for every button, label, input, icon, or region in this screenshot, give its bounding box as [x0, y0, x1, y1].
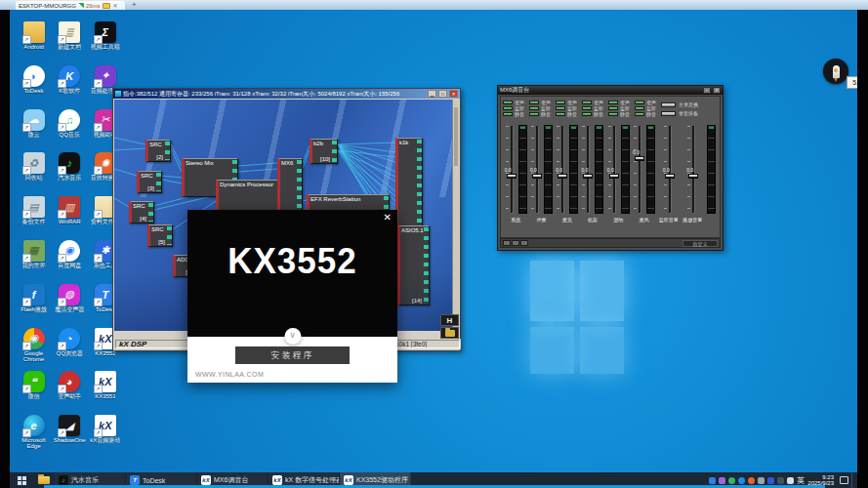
desktop-icon[interactable]: e Microsoft Edge: [18, 413, 50, 457]
desktop-icon[interactable]: ♻ 回收站: [18, 150, 50, 194]
mute-label: 静音: [541, 112, 551, 117]
desktop-icon[interactable]: ◗ ToDesk: [18, 63, 50, 107]
dsp-help-button[interactable]: H: [440, 314, 459, 326]
tray-icon[interactable]: [787, 477, 794, 484]
desktop-icon[interactable]: ≣ 新建文档: [54, 20, 86, 63]
dsp-node[interactable]: SRC [4]: [129, 201, 154, 224]
channel-fader[interactable]: 0.0: [607, 123, 619, 217]
windows-desktop[interactable]: Android ◗ ToDesk ☁ 微云 ♻ 回收站 ▤: [10, 10, 857, 472]
strip-led-buttons[interactable]: [582, 101, 592, 122]
fader-handle[interactable]: [609, 174, 619, 179]
desktop-icon[interactable]: ▥ WinRAR: [54, 194, 86, 238]
strip-led-buttons[interactable]: [556, 101, 565, 122]
tray-icon[interactable]: [777, 477, 784, 484]
desktop-icon[interactable]: ♪ 汽水音乐: [54, 150, 86, 194]
desktop-icon[interactable]: K K歌软件: [54, 63, 86, 107]
tray-icon[interactable]: [709, 477, 716, 484]
channel-fader[interactable]: 0.0: [530, 123, 542, 217]
strip-led-buttons[interactable]: [503, 101, 513, 122]
vertical-scrollbar[interactable]: [452, 100, 459, 331]
show-desktop-button[interactable]: [851, 472, 854, 488]
desktop-icon[interactable]: ▤ 备份文件: [18, 194, 50, 238]
install-button[interactable]: 安装程序: [235, 346, 350, 364]
dsp-open-button[interactable]: [440, 327, 459, 339]
minimize-button[interactable]: ▁: [428, 90, 436, 98]
dsp-node[interactable]: SRC [5]: [147, 224, 173, 247]
channel-fader[interactable]: 0.0: [663, 123, 675, 217]
fader-value: 0.0: [530, 168, 537, 173]
tray-icon[interactable]: [748, 477, 755, 484]
tray-icon[interactable]: [719, 477, 725, 484]
desktop-icon[interactable]: kX kX音频驱动: [89, 413, 121, 457]
app-icon-glyph: e: [30, 420, 36, 431]
mx6-mixer-window[interactable]: MX6调音台 – ✕ 变声 监听 静音: [497, 85, 723, 251]
mixer-title-bar[interactable]: MX6调音台 – ✕: [498, 86, 723, 95]
master-button[interactable]: 录音设备: [661, 110, 718, 116]
channel-fader[interactable]: 0.0: [556, 123, 567, 217]
desktop-icon[interactable]: ◍ 魔法变声器: [54, 282, 86, 326]
vendor-website: WWW.YINLAA.COM: [195, 371, 264, 378]
start-button[interactable]: [10, 472, 33, 488]
close-button[interactable]: ✕: [449, 90, 458, 98]
strip-led-buttons[interactable]: [635, 101, 644, 122]
remote-session-tab[interactable]: ESKTOP-MMOURGG 29ms ✕: [16, 1, 125, 10]
desktop-icon[interactable]: ◔ QQ浏览器: [54, 326, 86, 370]
channel-fader[interactable]: 0.0: [686, 123, 698, 217]
desktop-icon[interactable]: Android: [18, 20, 50, 63]
installer-product-title: KX3552: [187, 239, 397, 281]
channel-fader[interactable]: 0.0: [505, 123, 517, 217]
dsp-node[interactable]: SRC [2]: [145, 140, 171, 162]
channel-fader[interactable]: 0.0: [581, 123, 593, 217]
mixer-foot-button-2[interactable]: [512, 240, 519, 246]
tray-icon[interactable]: [758, 477, 765, 484]
desktop-icon[interactable]: ❝ 微信: [18, 369, 50, 413]
mixer-foot-button-3[interactable]: [520, 240, 528, 246]
dsp-title-bar[interactable]: 指令:382/512 通用寄存器: 233/256 iTram: 31/128 …: [113, 89, 460, 99]
desktop-icon[interactable]: ◢ ShadowOne: [54, 413, 86, 457]
desktop-icon[interactable]: ☁ 微云: [18, 107, 50, 151]
notification-center-icon[interactable]: [840, 476, 848, 484]
dsp-node[interactable]: b2b [10]: [310, 139, 338, 164]
close-session-icon[interactable]: ✕: [113, 2, 118, 9]
channel-fader[interactable]: 0.0: [633, 123, 644, 217]
kx3552-installer-dialog[interactable]: KX3552 ✕ ∨ 安装程序 WWW.YINLAA.COM: [187, 210, 397, 383]
tray-icon[interactable]: [767, 477, 774, 484]
close-button[interactable]: ✕: [713, 87, 721, 94]
booster-rocket-widget[interactable]: [823, 59, 848, 84]
new-session-button[interactable]: +: [132, 0, 137, 10]
dsp-node[interactable]: ASIO5.1 [14]: [397, 225, 430, 305]
desktop-icon[interactable]: f Flash播放: [18, 282, 50, 326]
minimize-button[interactable]: –: [703, 87, 711, 94]
desktop-icon[interactable]: ♫ QQ音乐: [54, 107, 86, 151]
desktop-icon[interactable]: ◉ Google Chrome: [18, 326, 50, 370]
strip-led-buttons[interactable]: [608, 101, 618, 122]
close-icon[interactable]: ✕: [384, 213, 392, 223]
desktop-icon[interactable]: Σ 视频工具箱: [89, 20, 121, 63]
mixer-foot-button-1[interactable]: [503, 240, 511, 246]
desktop-icon[interactable]: ▦ 我的世界: [18, 238, 50, 282]
strip-led-buttons[interactable]: [529, 101, 539, 122]
fader-handle[interactable]: [507, 174, 517, 179]
maximize-button[interactable]: □: [438, 90, 447, 98]
dsp-node[interactable]: SRC [3]: [137, 171, 162, 193]
fader-handle[interactable]: [688, 174, 698, 179]
fader-handle[interactable]: [583, 174, 593, 179]
taskbar-app-icon: kX: [272, 475, 282, 485]
fader-handle[interactable]: [635, 156, 644, 161]
chevron-down-icon[interactable]: ∨: [284, 328, 301, 345]
fader-handle[interactable]: [665, 174, 675, 179]
tray-icon[interactable]: [728, 477, 735, 484]
taskbar-app-label: MX6调音台: [214, 475, 248, 485]
desktop-icon[interactable]: ◕ 变声助手: [54, 369, 86, 413]
desktop-icon-grid: Android ◗ ToDesk ☁ 微云 ♻ 回收站 ▤: [18, 20, 123, 458]
fader-handle[interactable]: [558, 174, 567, 179]
tray-icon[interactable]: [738, 477, 745, 484]
quality-icon[interactable]: [103, 3, 110, 9]
ime-indicator[interactable]: 英: [797, 475, 805, 486]
fader-handle[interactable]: [532, 174, 542, 179]
desktop-icon[interactable]: kX KX3551: [89, 369, 121, 413]
app-icon: ◉: [59, 240, 80, 262]
desktop-icon[interactable]: ◉ 百度网盘: [54, 238, 86, 282]
master-button[interactable]: 主录交换: [661, 102, 718, 107]
preset-selector[interactable]: 自定义: [682, 240, 718, 247]
